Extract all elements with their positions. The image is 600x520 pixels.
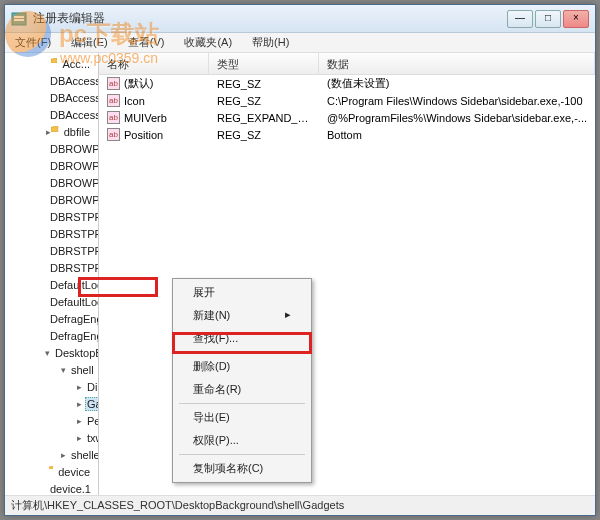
tree-expander-icon[interactable]: ▸ (77, 416, 82, 426)
cm-permissions[interactable]: 权限(P)... (175, 429, 309, 452)
tree-label: DBAccess11.clsXmlFil (48, 109, 98, 121)
menubar: 文件(F) 编辑(E) 查看(V) 收藏夹(A) 帮助(H) (5, 33, 595, 53)
tree-label: Personal (85, 415, 98, 427)
folder-icon (51, 126, 58, 138)
value-data: C:\Program Files\Windows Sidebar\sidebar… (319, 95, 595, 107)
tree-label: Gadgets (85, 397, 98, 411)
tree-label: DBROWPRX.AsServer. (48, 194, 98, 206)
tree-label: DBROWPRX.AsProxy.1 (48, 160, 98, 172)
value-row[interactable]: abIconREG_SZC:\Program Files\Windows Sid… (99, 92, 595, 109)
col-type[interactable]: 类型 (209, 53, 319, 74)
cm-sep3 (179, 454, 305, 455)
tree-row[interactable]: ▾DesktopBackground (5, 344, 98, 361)
value-type-icon: ab (107, 77, 120, 90)
tree-label: DBROWPRX.AsServer (48, 177, 98, 189)
tree-label: DefaultLocationApi (48, 279, 98, 291)
col-data[interactable]: 数据 (319, 53, 595, 74)
tree-label: dbfile (62, 126, 92, 138)
tree-row[interactable]: DBRSTPRX.AsProxy (5, 208, 98, 225)
tree-label: DefragEngine.Defrag (48, 330, 98, 342)
context-menu: 展开 新建(N) ▸ 查找(F)... 删除(D) 重命名(R) 导出(E) 权… (172, 278, 312, 483)
titlebar[interactable]: 注册表编辑器 — □ × (5, 5, 595, 33)
tree-expander-icon[interactable]: ▸ (61, 450, 66, 460)
menu-view[interactable]: 查看(V) (122, 33, 171, 52)
menu-favorites[interactable]: 收藏夹(A) (178, 33, 238, 52)
tree-row[interactable]: DefaultLocationApi (5, 276, 98, 293)
tree-expander-icon[interactable]: ▸ (77, 399, 82, 409)
tree-row[interactable]: ▾shell (5, 361, 98, 378)
tree-row[interactable]: DBRSTPRX.AsServer.1 (5, 259, 98, 276)
cm-export[interactable]: 导出(E) (175, 406, 309, 429)
value-type-icon: ab (107, 94, 120, 107)
window-title: 注册表编辑器 (33, 10, 507, 27)
menu-help[interactable]: 帮助(H) (246, 33, 295, 52)
tree-expander-icon[interactable]: ▾ (61, 365, 66, 375)
tree-label: shellex (69, 449, 98, 461)
menu-file[interactable]: 文件(F) (9, 33, 57, 52)
tree-label: DBRSTPRX.AsProxy (48, 211, 98, 223)
value-data: @%ProgramFiles%\Windows Sidebar\sidebar.… (319, 112, 595, 124)
cm-expand[interactable]: 展开 (175, 281, 309, 304)
tree-label: DBRSTPRX.AsServer (48, 245, 98, 257)
tree-expander-icon[interactable]: ▾ (45, 348, 50, 358)
tree-label: DefaultLocationApi.1 (48, 296, 98, 308)
tree-row[interactable]: device.1 (5, 480, 98, 495)
tree-label: DBROWPRX.AsProxy (48, 143, 98, 155)
tree-row[interactable]: DBAccess11.clsDaoTe (5, 72, 98, 89)
tree-row[interactable]: ▸Gadgets (5, 395, 98, 412)
tree-label: Acc... (60, 58, 92, 70)
value-row[interactable]: abMUIVerbREG_EXPAND_SZ@%ProgramFiles%\Wi… (99, 109, 595, 126)
tree-scroll[interactable]: Acc...DBAccess11.clsDaoTeDBAccess11.clsD… (5, 53, 98, 495)
cm-copyname[interactable]: 复制项名称(C) (175, 457, 309, 480)
tree-row[interactable]: ▸shellex (5, 446, 98, 463)
tree-label: shell (69, 364, 96, 376)
minimize-button[interactable]: — (507, 10, 533, 28)
tree-row[interactable]: DBAccess11.clsDbTe (5, 89, 98, 106)
tree-row[interactable]: Acc... (5, 55, 98, 72)
value-row[interactable]: abPositionREG_SZBottom (99, 126, 595, 143)
cm-sep2 (179, 403, 305, 404)
tree-row[interactable]: DBROWPRX.AsProxy.1 (5, 157, 98, 174)
tree-expander-icon[interactable]: ▸ (77, 382, 82, 392)
tree-row[interactable]: ▸dbfile (5, 123, 98, 140)
tree-row[interactable]: DBROWPRX.AsServer. (5, 191, 98, 208)
registry-tree: Acc...DBAccess11.clsDaoTeDBAccess11.clsD… (5, 53, 98, 495)
tree-row[interactable]: DBRSTPRX.AsProxy.1 (5, 225, 98, 242)
tree-label: txwbdes (85, 432, 98, 444)
tree-label: Display (85, 381, 98, 393)
tree-row[interactable]: ▸Display (5, 378, 98, 395)
value-type: REG_SZ (209, 95, 319, 107)
tree-row[interactable]: DefragEngine.Defrag (5, 327, 98, 344)
cm-sep1 (179, 352, 305, 353)
tree-label: DBRSTPRX.AsServer.1 (48, 262, 98, 274)
tree-row[interactable]: DBRSTPRX.AsServer (5, 242, 98, 259)
svg-rect-2 (14, 19, 24, 21)
tree-row[interactable]: DefragEngine.Defrag (5, 310, 98, 327)
tree-expander-icon[interactable]: ▸ (77, 433, 82, 443)
value-name: Icon (124, 95, 145, 107)
maximize-button[interactable]: □ (535, 10, 561, 28)
col-name[interactable]: 名称 (99, 53, 209, 74)
cm-rename[interactable]: 重命名(R) (175, 378, 309, 401)
value-row[interactable]: ab(默认)REG_SZ(数值未设置) (99, 75, 595, 92)
tree-row[interactable]: DBROWPRX.AsProxy (5, 140, 98, 157)
value-type: REG_SZ (209, 78, 319, 90)
window-buttons: — □ × (507, 10, 589, 28)
folder-icon (51, 58, 58, 70)
tree-label: DBRSTPRX.AsProxy.1 (48, 228, 98, 240)
tree-row[interactable]: ▸txwbdes (5, 429, 98, 446)
value-data: (数值未设置) (319, 76, 595, 91)
cm-delete[interactable]: 删除(D) (175, 355, 309, 378)
tree-row[interactable]: DefaultLocationApi.1 (5, 293, 98, 310)
cm-new[interactable]: 新建(N) ▸ (175, 304, 309, 327)
menu-edit[interactable]: 编辑(E) (65, 33, 114, 52)
close-button[interactable]: × (563, 10, 589, 28)
tree-label: DesktopBackground (53, 347, 98, 359)
cm-find[interactable]: 查找(F)... (175, 327, 309, 350)
tree-row[interactable]: device (5, 463, 98, 480)
tree-row[interactable]: DBROWPRX.AsServer (5, 174, 98, 191)
tree-label: DBAccess11.clsDaoTe (48, 75, 98, 87)
tree-row[interactable]: DBAccess11.clsXmlFil (5, 106, 98, 123)
tree-row[interactable]: ▸Personal (5, 412, 98, 429)
value-type: REG_EXPAND_SZ (209, 112, 319, 124)
